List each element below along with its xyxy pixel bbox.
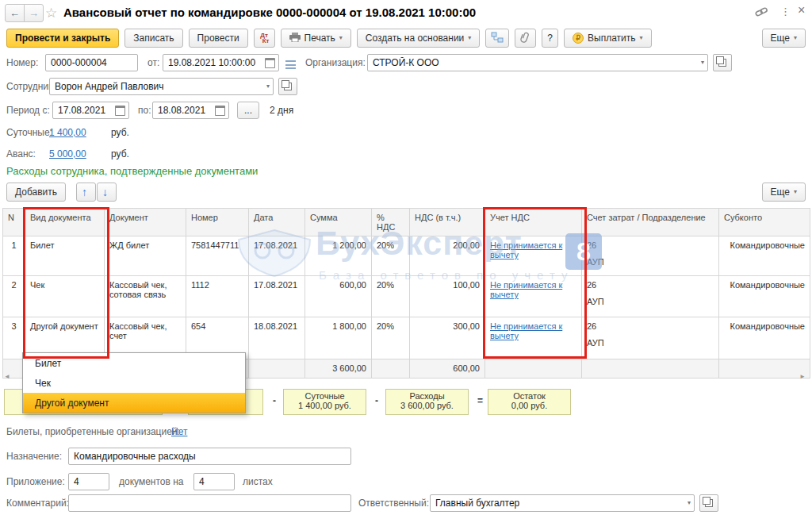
cell-n[interactable]: 1 [3,236,25,276]
cell-n[interactable]: 2 [3,276,25,317]
period-ellipsis-button[interactable]: ... [237,102,259,119]
cell-subconto[interactable]: Командировочные [719,236,810,276]
attachments-button[interactable] [515,29,536,48]
chevron-down-icon: ▾ [339,35,343,41]
responsible-open-button[interactable] [699,494,718,512]
chevron-down-icon[interactable]: ▾ [688,500,691,506]
responsible-input[interactable] [434,497,688,509]
dropdown-item-other[interactable]: Другой документ [23,393,245,413]
cell-subconto[interactable]: Командировочные [719,317,810,359]
structure-icon [491,32,504,45]
document-date-field[interactable] [163,54,279,71]
dropdown-item-ticket[interactable]: Билет [23,353,245,373]
cell-account[interactable]: 26АУП [582,317,719,359]
cell-doc-type[interactable]: Чек [25,276,105,317]
cell-document[interactable]: Кассовый чек, сотовая связь [105,276,186,317]
cell-vat-sum[interactable]: 200,00 [410,236,485,276]
calendar-icon[interactable] [115,106,125,116]
rest-info-box: Остаток0,00 руб. [488,389,571,415]
cell-number[interactable]: 1112 [186,276,249,317]
number-input[interactable] [49,56,134,69]
cell-sum[interactable]: 600,00 [305,276,372,317]
cell-vat-note[interactable]: Не принимается к вычету [485,317,582,359]
move-up-button[interactable]: ↑ [76,183,96,202]
scroll-left-icon[interactable]: ◄ [4,373,10,380]
employee-input[interactable] [53,80,266,93]
document-date-input[interactable] [167,56,265,69]
cell-sum[interactable]: 1 800,00 [305,317,372,359]
calendar-icon[interactable] [265,58,275,68]
cell-vat-note[interactable]: Не принимается к вычету [485,236,582,276]
org-tickets-link[interactable]: Нет [171,426,187,437]
comment-field[interactable] [68,494,351,512]
add-row-button[interactable]: Добавить [6,183,66,202]
organization-field[interactable]: ▾ [367,54,708,71]
attachment-docs-field[interactable] [68,473,109,490]
cell-vat-rate[interactable]: 20% [372,317,410,359]
scroll-right-icon[interactable]: ► [799,373,806,380]
cell-doc-type[interactable]: Билет [25,236,105,276]
cell-subconto[interactable]: Командировочные [719,276,810,317]
cell-date[interactable]: 17.08.2021 [249,236,305,276]
dropdown-item-check[interactable]: Чек [23,373,245,393]
pay-button[interactable]: ₽ Выплатить ▾ [564,29,652,48]
cell-document[interactable]: ЖД билет [105,236,186,276]
post-and-close-button[interactable]: Провести и закрыть [6,29,119,48]
calendar-icon[interactable] [215,106,225,116]
get-link-icon[interactable] [755,6,768,21]
print-button[interactable]: Печать ▾ [281,29,351,48]
cell-vat-rate[interactable]: 20% [372,236,410,276]
employee-open-button[interactable] [278,78,297,95]
cell-sum[interactable]: 1 200,00 [305,236,372,276]
period-to-field[interactable] [152,102,229,119]
table-more-button[interactable]: Еще ▾ [762,183,806,202]
attachment-docs-input[interactable] [72,475,105,488]
responsible-field[interactable]: ▾ [430,494,695,512]
period-from-field[interactable] [52,102,129,119]
period-to-label: по: [138,105,151,116]
period-to-input[interactable] [156,104,215,117]
cell-vat-sum[interactable]: 100,00 [410,276,485,317]
related-documents-button[interactable] [485,29,509,48]
attachment-sheets-input[interactable] [197,475,231,488]
create-based-on-button[interactable]: Создать на основании ▾ [357,29,481,48]
cell-number[interactable]: 7581447711 [186,236,249,276]
move-down-button[interactable]: ↓ [97,183,117,202]
back-button[interactable]: ← [5,4,25,22]
close-icon[interactable]: × [798,3,805,17]
chevron-down-icon[interactable]: ▾ [266,83,270,90]
cell-date[interactable]: 18.08.2021 [249,317,305,359]
vat-note-link[interactable]: Не принимается к вычету [490,321,562,340]
organization-open-button[interactable] [713,54,732,71]
per-diem-link[interactable]: 1 400,00 [49,127,86,138]
advance-link[interactable]: 5 000,00 [49,148,86,159]
comment-input[interactable] [72,497,347,509]
cell-date[interactable]: 17.08.2021 [249,276,305,317]
post-button[interactable]: Провести [189,29,248,48]
employee-field[interactable]: ▾ [49,78,274,95]
number-field[interactable] [45,54,138,71]
page-title: Авансовый отчет по командировке 0000-000… [63,6,476,19]
organization-input[interactable] [371,56,701,69]
vat-note-link[interactable]: Не принимается к вычету [490,280,562,299]
more-button[interactable]: Еще ▾ [762,29,806,48]
cell-account[interactable]: 26АУП [582,276,719,317]
attachment-sheets-field[interactable] [193,473,235,490]
cell-account[interactable]: 26АУП [582,236,719,276]
purpose-field[interactable] [68,448,351,465]
more-menu-icon[interactable]: ⋮ [780,6,791,17]
vat-note-link[interactable]: Не принимается к вычету [490,240,562,259]
help-button[interactable]: ? [542,29,558,48]
show-postings-button[interactable]: ДтКт [254,29,275,48]
chevron-down-icon[interactable]: ▾ [701,60,704,66]
cell-vat-note[interactable]: Не принимается к вычету [485,276,582,317]
period-from-input[interactable] [56,104,115,117]
save-button[interactable]: Записать [124,29,182,48]
forward-button[interactable]: → [24,4,44,22]
table-row: 2 Чек Кассовый чек, сотовая связь 1112 1… [3,276,810,317]
cell-vat-sum[interactable]: 300,00 [410,317,485,359]
document-list-icon[interactable] [285,58,296,72]
purpose-input[interactable] [72,450,347,463]
favorite-star-icon[interactable]: ☆ [45,5,57,21]
cell-vat-rate[interactable]: 20% [372,276,410,317]
